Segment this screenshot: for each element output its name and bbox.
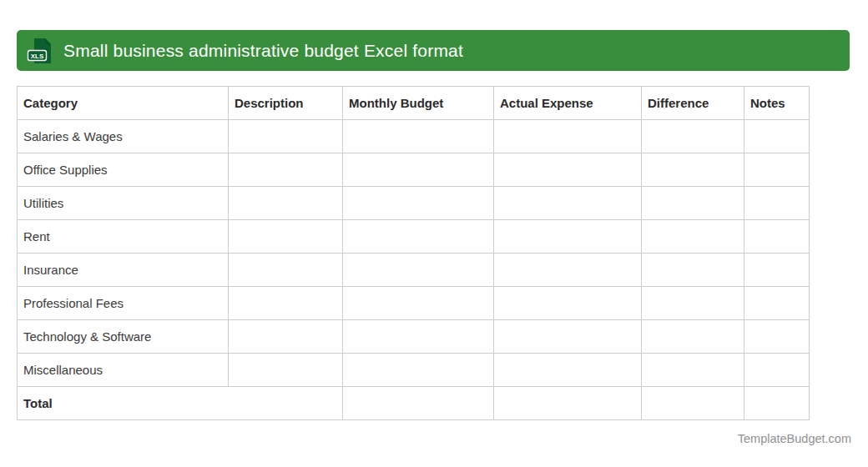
xls-file-icon: XLS	[26, 37, 54, 65]
title-bar: XLS Small business administrative budget…	[17, 30, 850, 71]
empty-cell-notes	[744, 387, 810, 420]
header-row: Category Description Monthly Budget Actu…	[18, 87, 810, 120]
empty-cell-difference	[642, 320, 744, 354]
empty-cell-description	[229, 320, 343, 354]
category-cell: Miscellaneous	[18, 354, 229, 387]
empty-cell-monthly-budget	[343, 220, 494, 254]
category-cell: Office Supplies	[18, 153, 229, 187]
empty-cell-description	[229, 187, 343, 220]
empty-cell-difference	[642, 387, 744, 420]
empty-cell-monthly-budget	[343, 187, 494, 220]
page: XLS Small business administrative budget…	[0, 0, 868, 467]
empty-cell-monthly-budget	[343, 153, 494, 187]
table-row: Miscellaneous	[18, 354, 810, 387]
table-row: Technology & Software	[18, 320, 810, 354]
column-header-notes: Notes	[744, 87, 810, 120]
empty-cell-notes	[744, 187, 810, 220]
budget-table: Category Description Monthly Budget Actu…	[17, 86, 810, 420]
empty-cell-description	[229, 153, 343, 187]
category-cell: Insurance	[18, 254, 229, 287]
empty-cell-notes	[744, 254, 810, 287]
empty-cell-notes	[744, 153, 810, 187]
table-row: Rent	[18, 220, 810, 254]
column-header-description: Description	[229, 87, 343, 120]
table-row: Professional Fees	[18, 287, 810, 320]
empty-cell-monthly-budget	[343, 287, 494, 320]
empty-cell-actual-expense	[494, 387, 642, 420]
xls-icon-label: XLS	[31, 52, 44, 59]
empty-cell-monthly-budget	[343, 254, 494, 287]
empty-cell-notes	[744, 287, 810, 320]
empty-cell-difference	[642, 220, 744, 254]
category-cell: Professional Fees	[18, 287, 229, 320]
category-cell: Technology & Software	[18, 320, 229, 354]
total-row: Total	[18, 387, 810, 420]
category-cell: Utilities	[18, 187, 229, 220]
empty-cell-notes	[744, 220, 810, 254]
empty-cell-description	[229, 354, 343, 387]
category-cell: Rent	[18, 220, 229, 254]
empty-cell-difference	[642, 187, 744, 220]
page-title: Small business administrative budget Exc…	[63, 41, 463, 61]
column-header-category: Category	[18, 87, 229, 120]
empty-cell-monthly-budget	[343, 387, 494, 420]
empty-cell-notes	[744, 320, 810, 354]
empty-cell-monthly-budget	[343, 120, 494, 153]
empty-cell-monthly-budget	[343, 320, 494, 354]
empty-cell-actual-expense	[494, 354, 642, 387]
empty-cell-notes	[744, 120, 810, 153]
column-header-difference: Difference	[642, 87, 744, 120]
empty-cell-actual-expense	[494, 153, 642, 187]
table-row: Insurance	[18, 254, 810, 287]
empty-cell-difference	[642, 254, 744, 287]
empty-cell-actual-expense	[494, 254, 642, 287]
site-credit: TemplateBudget.com	[738, 432, 851, 445]
empty-cell-actual-expense	[494, 187, 642, 220]
table-row: Salaries & Wages	[18, 120, 810, 153]
empty-cell-notes	[744, 354, 810, 387]
empty-cell-description	[229, 287, 343, 320]
empty-cell-description	[229, 120, 343, 153]
empty-cell-description	[229, 220, 343, 254]
table-row: Utilities	[18, 187, 810, 220]
total-label-cell: Total	[18, 387, 343, 420]
empty-cell-monthly-budget	[343, 354, 494, 387]
empty-cell-actual-expense	[494, 320, 642, 354]
empty-cell-difference	[642, 354, 744, 387]
empty-cell-difference	[642, 120, 744, 153]
empty-cell-difference	[642, 153, 744, 187]
empty-cell-actual-expense	[494, 220, 642, 254]
column-header-monthly-budget: Monthly Budget	[343, 87, 494, 120]
table-row: Office Supplies	[18, 153, 810, 187]
column-header-actual-expense: Actual Expense	[494, 87, 642, 120]
category-cell: Salaries & Wages	[18, 120, 229, 153]
empty-cell-actual-expense	[494, 120, 642, 153]
empty-cell-difference	[642, 287, 744, 320]
empty-cell-actual-expense	[494, 287, 642, 320]
empty-cell-description	[229, 254, 343, 287]
